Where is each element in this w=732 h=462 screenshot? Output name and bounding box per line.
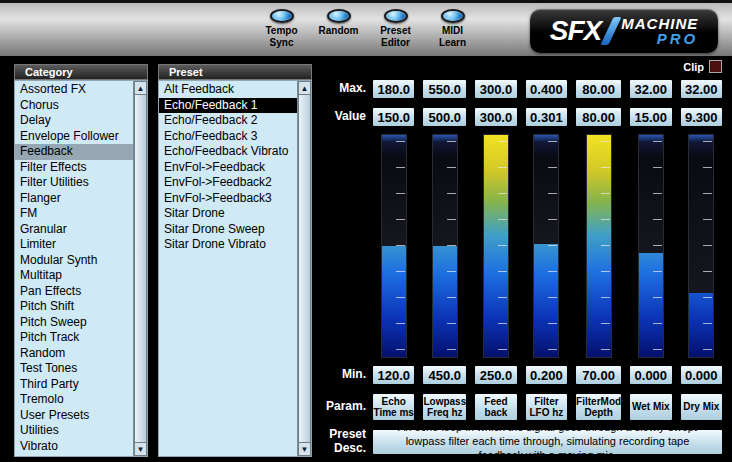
value-box[interactable]: 9.300 <box>679 106 724 128</box>
list-item[interactable]: Limiter <box>15 237 133 253</box>
scroll-down-button[interactable]: ▼ <box>298 442 311 456</box>
value-box[interactable]: 500.0 <box>421 106 468 128</box>
min-value-box[interactable]: 0.000 <box>679 364 724 386</box>
param-label: Param. <box>330 392 366 422</box>
scrollbar-thumb[interactable] <box>298 95 311 442</box>
value-box[interactable]: 300.0 <box>473 106 518 128</box>
list-item[interactable]: Filter Utilities <box>15 175 133 191</box>
random-label: Random <box>319 25 359 37</box>
list-item[interactable]: Modular Synth <box>15 253 133 269</box>
param-button[interactable]: Filter LFO hz <box>524 392 569 422</box>
list-item[interactable]: User Presets <box>15 408 133 424</box>
param-slider[interactable] <box>432 134 458 358</box>
midi-learn-button[interactable]: MIDI Learn <box>429 9 476 48</box>
toolbar-buttons: Tempo SyncRandomPreset EditorMIDI Learn <box>258 9 476 48</box>
random-button[interactable]: Random <box>315 9 362 48</box>
max-value-box[interactable]: 300.0 <box>473 78 518 100</box>
slider-cell <box>421 134 468 358</box>
max-label: Max. <box>330 78 366 100</box>
list-item[interactable]: Echo/Feedback 3 <box>159 129 297 145</box>
list-item[interactable]: Delay <box>15 113 133 129</box>
max-value-box[interactable]: 0.400 <box>524 78 569 100</box>
min-value-box[interactable]: 450.0 <box>421 364 468 386</box>
min-value-box[interactable]: 250.0 <box>473 364 518 386</box>
max-value-box[interactable]: 180.0 <box>371 78 416 100</box>
param-slider[interactable] <box>381 134 407 358</box>
list-item[interactable]: Third Party <box>15 377 133 393</box>
list-item[interactable]: Sitar Drone <box>159 206 297 222</box>
param-slider[interactable] <box>586 134 612 358</box>
list-item[interactable]: Pan Effects <box>15 284 133 300</box>
min-value-box[interactable]: 0.000 <box>628 364 673 386</box>
list-item[interactable]: Multitap <box>15 268 133 284</box>
list-item[interactable]: Envelope Follower <box>15 129 133 145</box>
param-slider[interactable] <box>533 134 559 358</box>
list-item[interactable]: EnvFol->Feedback2 <box>159 175 297 191</box>
list-item[interactable]: Echo/Feedback 1 <box>159 98 297 114</box>
list-item[interactable]: Utilities <box>15 423 133 439</box>
max-value-box[interactable]: 80.00 <box>574 78 623 100</box>
list-item[interactable]: FM <box>15 206 133 222</box>
min-value-box[interactable]: 0.200 <box>524 364 569 386</box>
param-button[interactable]: Dry Mix <box>679 392 724 422</box>
list-item[interactable]: Pitch Sweep <box>15 315 133 331</box>
list-item[interactable]: Feedback <box>15 144 133 160</box>
clip-label: Clip <box>683 61 704 73</box>
max-value-box[interactable]: 32.00 <box>628 78 673 100</box>
slider-ticks-icon <box>447 141 456 351</box>
param-button[interactable]: Lowpass Freq hz <box>421 392 468 422</box>
param-button[interactable]: Wet Mix <box>628 392 673 422</box>
value-box[interactable]: 150.0 <box>371 106 416 128</box>
min-value-box[interactable]: 120.0 <box>371 364 416 386</box>
param-slider[interactable] <box>688 134 714 358</box>
preset-editor-led-icon[interactable] <box>384 9 408 23</box>
preset-scrollbar[interactable]: ▲ ▼ <box>297 81 311 456</box>
value-box[interactable]: 0.301 <box>524 106 569 128</box>
scroll-down-button[interactable]: ▼ <box>134 442 147 456</box>
param-button[interactable]: Echo Time ms <box>371 392 416 422</box>
list-item[interactable]: Sitar Drone Sweep <box>159 222 297 238</box>
category-scrollbar[interactable]: ▲ ▼ <box>133 81 147 456</box>
list-item[interactable]: Pitch Shift <box>15 299 133 315</box>
list-item[interactable]: Random <box>15 346 133 362</box>
slider-ticks-icon <box>548 141 557 351</box>
min-label: Min. <box>330 364 366 386</box>
list-item[interactable]: Test Tones <box>15 361 133 377</box>
tempo-sync-button[interactable]: Tempo Sync <box>258 9 305 48</box>
max-value-box[interactable]: 550.0 <box>421 78 468 100</box>
scroll-up-button[interactable]: ▲ <box>298 81 311 95</box>
slider-cell <box>628 134 673 358</box>
list-item[interactable]: EnvFol->Feedback <box>159 160 297 176</box>
midi-learn-led-icon[interactable] <box>441 9 465 23</box>
list-item[interactable]: Echo/Feedback Vibrato <box>159 144 297 160</box>
value-box[interactable]: 15.00 <box>628 106 673 128</box>
scrollbar-thumb[interactable] <box>134 95 147 442</box>
list-item[interactable]: Pitch Track <box>15 330 133 346</box>
list-item[interactable]: Assorted FX <box>15 82 133 98</box>
slider-cell <box>679 134 724 358</box>
min-value-box[interactable]: 70.00 <box>574 364 623 386</box>
list-item[interactable]: Vibrato <box>15 439 133 455</box>
list-item[interactable]: Tremolo <box>15 392 133 408</box>
list-item[interactable]: EnvFol->Feedback3 <box>159 191 297 207</box>
max-value-box[interactable]: 32.00 <box>679 78 724 100</box>
value-box[interactable]: 80.00 <box>574 106 623 128</box>
tempo-sync-led-icon[interactable] <box>270 9 294 23</box>
preset-editor-label: Preset Editor <box>372 25 419 48</box>
list-item[interactable]: Filter Effects <box>15 160 133 176</box>
param-button[interactable]: Feed back <box>473 392 518 422</box>
random-led-icon[interactable] <box>327 9 351 23</box>
preset-editor-button[interactable]: Preset Editor <box>372 9 419 48</box>
list-item[interactable]: Alt Feedback <box>159 82 297 98</box>
param-slider[interactable] <box>638 134 664 358</box>
preset-header: Preset <box>158 64 312 80</box>
list-item[interactable]: Sitar Drone Vibrato <box>159 237 297 253</box>
param-button[interactable]: FilterMod Depth <box>574 392 623 422</box>
param-slider[interactable] <box>483 134 509 358</box>
list-item[interactable]: Chorus <box>15 98 133 114</box>
list-item[interactable]: Granular <box>15 222 133 238</box>
scroll-up-button[interactable]: ▲ <box>134 81 147 95</box>
list-item[interactable]: Flanger <box>15 191 133 207</box>
list-item[interactable]: Echo/Feedback 2 <box>159 113 297 129</box>
preset-list: Alt FeedbackEcho/Feedback 1Echo/Feedback… <box>159 82 297 455</box>
